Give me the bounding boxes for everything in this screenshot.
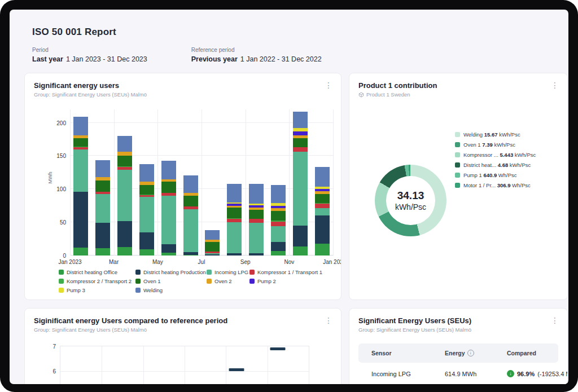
bar-segment[interactable] bbox=[271, 222, 286, 226]
table-row[interactable]: Incoming LPG614.9 MWh↓96.9%(-19253.4 MWh… bbox=[358, 363, 558, 384]
legend-item[interactable]: Oven 2 bbox=[207, 278, 246, 284]
bar-nov[interactable] bbox=[293, 112, 308, 256]
bar-segment[interactable] bbox=[117, 156, 132, 166]
bar-segment[interactable] bbox=[227, 253, 242, 256]
bar-segment[interactable] bbox=[271, 251, 286, 256]
bar-segment[interactable] bbox=[249, 253, 264, 256]
bar-segment[interactable] bbox=[73, 248, 88, 256]
bar-segment[interactable] bbox=[315, 167, 330, 186]
bar-segment[interactable] bbox=[117, 170, 132, 221]
legend-item[interactable]: Oven 1 7.39 kWh/Psc bbox=[455, 142, 536, 148]
bar-segment[interactable] bbox=[205, 254, 220, 256]
bar-segment[interactable] bbox=[315, 215, 330, 243]
donut-chart[interactable]: 34.13 kWh/Psc bbox=[375, 165, 446, 236]
bar-segment[interactable] bbox=[161, 196, 176, 244]
bar-segment[interactable] bbox=[161, 253, 176, 256]
legend-item[interactable]: Pump 3 bbox=[59, 287, 132, 293]
kebab-menu-icon[interactable]: ⋮ bbox=[550, 81, 559, 89]
bar-segment[interactable] bbox=[227, 208, 242, 218]
legend-item[interactable]: Kompressor 1 / Transport 1 bbox=[249, 269, 322, 275]
bar-segment[interactable] bbox=[117, 247, 132, 256]
bar-segment[interactable] bbox=[271, 226, 286, 242]
bar-segment[interactable] bbox=[117, 152, 132, 156]
kebab-menu-icon[interactable]: ⋮ bbox=[324, 81, 333, 89]
kebab-menu-icon[interactable]: ⋮ bbox=[324, 316, 333, 324]
bar-segment[interactable] bbox=[73, 192, 88, 248]
legend-item[interactable]: Kompressor ... 5.443 kWh/Psc bbox=[455, 152, 536, 158]
legend-item[interactable]: Incoming LPG bbox=[207, 269, 246, 275]
legend-item[interactable]: Oven 1 bbox=[135, 278, 203, 284]
bar-segment[interactable] bbox=[139, 232, 154, 250]
legend-item[interactable]: Motor 1 / Pr... 306.9 Wh/Psc bbox=[455, 182, 536, 188]
column-header-sensor[interactable]: Sensor bbox=[371, 350, 445, 356]
bar-aug[interactable] bbox=[227, 184, 242, 256]
bar-segment[interactable] bbox=[227, 184, 242, 202]
bar-segment[interactable] bbox=[117, 221, 132, 247]
bar-segment[interactable] bbox=[315, 204, 330, 208]
bar-dec[interactable] bbox=[315, 167, 330, 256]
data-point-dash[interactable] bbox=[270, 347, 286, 350]
bar-segment[interactable] bbox=[117, 136, 132, 152]
legend-item[interactable]: Kompressor 2 / Transport 2 bbox=[59, 278, 132, 284]
column-header-compared[interactable]: Compared bbox=[507, 350, 558, 356]
bar-segment[interactable] bbox=[249, 219, 264, 223]
bar-segment[interactable] bbox=[183, 255, 198, 256]
bar-segment[interactable] bbox=[271, 242, 286, 250]
legend-item[interactable]: Welding bbox=[135, 287, 203, 293]
data-point-dash[interactable] bbox=[229, 368, 244, 371]
bar-sep[interactable] bbox=[249, 184, 264, 256]
bar-segment[interactable] bbox=[139, 185, 154, 194]
bar-segment[interactable] bbox=[139, 249, 154, 256]
bar-segment[interactable] bbox=[161, 161, 176, 179]
bar-segment[interactable] bbox=[249, 210, 264, 219]
bar-segment[interactable] bbox=[139, 164, 154, 182]
bar-segment[interactable] bbox=[315, 208, 330, 215]
bar-mar[interactable] bbox=[117, 136, 132, 256]
legend-item[interactable]: Welding 15.67 kWh/Psc bbox=[455, 131, 536, 138]
bar-segment[interactable] bbox=[271, 211, 286, 220]
bar-segment[interactable] bbox=[293, 152, 308, 226]
bar-segment[interactable] bbox=[315, 244, 330, 256]
bar-segment[interactable] bbox=[271, 185, 286, 203]
bar-jan[interactable] bbox=[73, 117, 88, 256]
legend-item[interactable]: District heat... 4.68 kWh/Psc bbox=[455, 162, 536, 168]
bar-segment[interactable] bbox=[293, 131, 308, 135]
bar-segment[interactable] bbox=[227, 222, 242, 253]
bar-segment[interactable] bbox=[73, 117, 88, 135]
bar-segment[interactable] bbox=[315, 194, 330, 203]
bar-segment[interactable] bbox=[205, 242, 220, 251]
bar-may[interactable] bbox=[161, 161, 176, 256]
bar-segment[interactable] bbox=[73, 138, 88, 147]
bar-segment[interactable] bbox=[293, 226, 308, 246]
bar-segment[interactable] bbox=[183, 196, 198, 206]
bar-segment[interactable] bbox=[249, 223, 264, 253]
bar-segment[interactable] bbox=[293, 246, 308, 256]
legend-item[interactable]: Pump 1 640.9 Wh/Psc bbox=[455, 172, 536, 178]
bar-jun[interactable] bbox=[183, 175, 198, 256]
legend-item[interactable]: Pump 2 bbox=[249, 278, 322, 284]
legend-item[interactable]: District heating Office bbox=[59, 269, 132, 275]
bar-segment[interactable] bbox=[293, 138, 308, 147]
bar-segment[interactable] bbox=[95, 194, 110, 223]
bar-segment[interactable] bbox=[95, 248, 110, 256]
bar-segment[interactable] bbox=[161, 182, 176, 193]
bar-segment[interactable] bbox=[293, 112, 308, 128]
bar-segment[interactable] bbox=[293, 147, 308, 152]
bar-segment[interactable] bbox=[95, 223, 110, 248]
bar-segment[interactable] bbox=[205, 230, 220, 239]
bar-segment[interactable] bbox=[183, 209, 198, 253]
kebab-menu-icon[interactable]: ⋮ bbox=[550, 316, 559, 324]
bar-segment[interactable] bbox=[183, 175, 198, 193]
bar-segment[interactable] bbox=[249, 184, 264, 204]
bar-segment[interactable] bbox=[161, 244, 176, 253]
bar-jul[interactable] bbox=[205, 230, 220, 256]
bar-segment[interactable] bbox=[73, 149, 88, 192]
sort-descending-icon[interactable]: ↓ bbox=[467, 350, 474, 356]
bar-segment[interactable] bbox=[95, 180, 110, 192]
bar-feb[interactable] bbox=[95, 160, 110, 256]
bar-apr[interactable] bbox=[139, 164, 154, 256]
bar-oct[interactable] bbox=[271, 185, 286, 256]
bar-segment[interactable] bbox=[139, 197, 154, 232]
column-header-energy[interactable]: Energy ↓ bbox=[445, 350, 507, 356]
bar-segment[interactable] bbox=[95, 160, 110, 178]
